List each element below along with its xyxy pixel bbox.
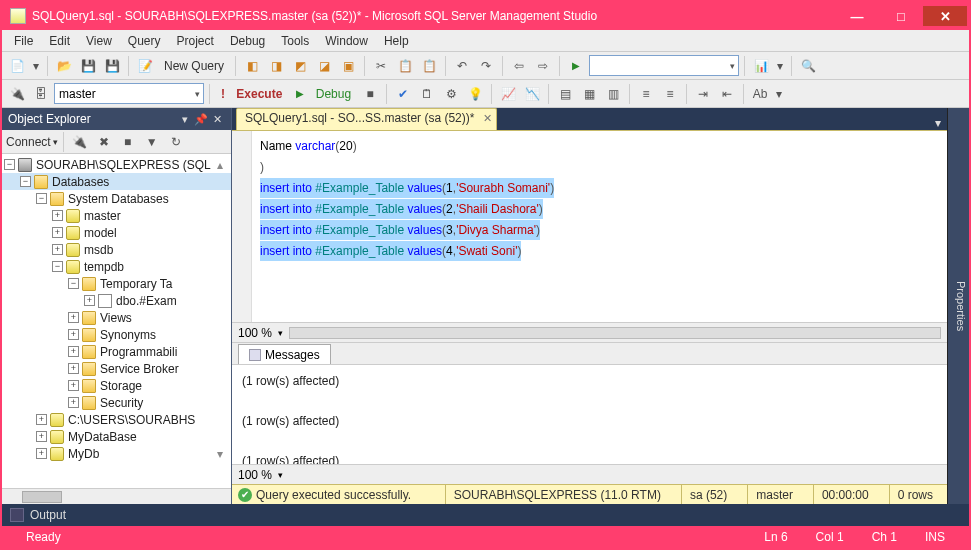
panel-pin-icon[interactable]: 📌	[193, 113, 209, 126]
available-db-icon[interactable]: 🗄	[30, 83, 52, 105]
find-icon[interactable]: 🔍	[797, 55, 819, 77]
tree-node-mydatabase[interactable]: +MyDataBase	[2, 428, 231, 445]
display-plan-icon[interactable]: 🗒	[416, 83, 438, 105]
database-selector[interactable]: master	[54, 83, 204, 104]
dmx-query-icon[interactable]: ◪	[313, 55, 335, 77]
menu-project[interactable]: Project	[169, 32, 222, 50]
tree-node-master[interactable]: +master	[2, 207, 231, 224]
undo-icon[interactable]: ↶	[451, 55, 473, 77]
menu-file[interactable]: File	[6, 32, 41, 50]
minimize-button[interactable]: —	[835, 6, 879, 26]
db-engine-query-icon[interactable]: ◧	[241, 55, 263, 77]
dropdown-arrow-icon-3[interactable]: ▾	[773, 83, 785, 105]
oe-horizontal-scrollbar[interactable]	[2, 488, 231, 504]
nav-fwd-icon[interactable]: ⇨	[532, 55, 554, 77]
save-icon[interactable]: 💾	[77, 55, 99, 77]
document-tab[interactable]: SQLQuery1.sql - SO...SS.master (sa (52))…	[236, 108, 497, 130]
activity-monitor-icon[interactable]: 📊	[750, 55, 772, 77]
editor-h-scrollbar[interactable]	[289, 327, 941, 339]
menu-view[interactable]: View	[78, 32, 120, 50]
indent-icon[interactable]: ⇥	[692, 83, 714, 105]
menu-help[interactable]: Help	[376, 32, 417, 50]
menu-edit[interactable]: Edit	[41, 32, 78, 50]
cut-icon[interactable]: ✂	[370, 55, 392, 77]
parse-icon[interactable]: ✔	[392, 83, 414, 105]
uncomment-icon[interactable]: ≡	[659, 83, 681, 105]
redo-icon[interactable]: ↷	[475, 55, 497, 77]
tree-node-databases[interactable]: −Databases	[2, 173, 231, 190]
nav-back-icon[interactable]: ⇦	[508, 55, 530, 77]
dropdown-arrow-icon[interactable]: ▾	[30, 55, 42, 77]
oe-connect-icon[interactable]: 🔌	[69, 131, 91, 153]
include-stats-icon[interactable]: 📉	[521, 83, 543, 105]
tree-node-msdb[interactable]: +msdb	[2, 241, 231, 258]
connect-button[interactable]: Connect	[6, 135, 51, 149]
xmla-query-icon[interactable]: ▣	[337, 55, 359, 77]
sql-editor[interactable]: Name varchar(20) ) insert into #Example_…	[252, 131, 947, 322]
messages-zoom-value[interactable]: 100 %	[238, 468, 272, 482]
document-tab-label: SQLQuery1.sql - SO...SS.master (sa (52))…	[245, 111, 474, 125]
tree-node-service-broker[interactable]: +Service Broker	[2, 360, 231, 377]
save-all-icon[interactable]: 💾	[101, 55, 123, 77]
messages-pane[interactable]: (1 row(s) affected) (1 row(s) affected) …	[232, 364, 947, 464]
mdx-query-icon[interactable]: ◩	[289, 55, 311, 77]
analysis-query-icon[interactable]: ◨	[265, 55, 287, 77]
menu-tools[interactable]: Tools	[273, 32, 317, 50]
panel-dropdown-icon[interactable]: ▾	[177, 113, 193, 126]
outdent-icon[interactable]: ⇤	[716, 83, 738, 105]
menu-query[interactable]: Query	[120, 32, 169, 50]
new-query-icon[interactable]: 📝	[134, 55, 156, 77]
tree-node-temp-tables[interactable]: −Temporary Ta	[2, 275, 231, 292]
tree-node-mydb[interactable]: +MyDb▾	[2, 445, 231, 462]
tab-scroll-icon[interactable]: ▾	[929, 116, 947, 130]
properties-panel-tab[interactable]: Properties	[947, 108, 969, 504]
tree-node-programmability[interactable]: +Programmabili	[2, 343, 231, 360]
tree-node-tempdb[interactable]: −tempdb	[2, 258, 231, 275]
close-button[interactable]: ✕	[923, 6, 967, 26]
cancel-query-icon[interactable]: ■	[359, 83, 381, 105]
query-status-bar: ✔Query executed successfully. SOURABH\SQ…	[232, 484, 947, 504]
results-grid-icon[interactable]: ▦	[578, 83, 600, 105]
messages-tab[interactable]: Messages	[238, 344, 331, 364]
tree-node-users-path[interactable]: +C:\USERS\SOURABHS	[2, 411, 231, 428]
oe-refresh-icon[interactable]: ↻	[165, 131, 187, 153]
tree-node-model[interactable]: +model	[2, 224, 231, 241]
tree-node-synonyms[interactable]: +Synonyms	[2, 326, 231, 343]
dropdown-arrow-icon-2[interactable]: ▾	[774, 55, 786, 77]
copy-icon[interactable]: 📋	[394, 55, 416, 77]
oe-filter-icon[interactable]: ▼	[141, 131, 163, 153]
results-text-icon[interactable]: ▤	[554, 83, 576, 105]
open-icon[interactable]: 📂	[53, 55, 75, 77]
oe-stop-icon[interactable]: ■	[117, 131, 139, 153]
tree-node-views[interactable]: +Views	[2, 309, 231, 326]
paste-icon[interactable]: 📋	[418, 55, 440, 77]
results-file-icon[interactable]: ▥	[602, 83, 624, 105]
output-panel-tab[interactable]: Output	[2, 504, 969, 526]
tree-node-storage[interactable]: +Storage	[2, 377, 231, 394]
object-explorer-tree[interactable]: −SOURABH\SQLEXPRESS (SQL▴ −Databases −Sy…	[2, 154, 231, 488]
tree-node-example-table[interactable]: +dbo.#Exam	[2, 292, 231, 309]
intellisense-icon[interactable]: 💡	[464, 83, 486, 105]
tree-node-server[interactable]: −SOURABH\SQLEXPRESS (SQL▴	[2, 156, 231, 173]
tree-node-security[interactable]: +Security	[2, 394, 231, 411]
start-icon[interactable]: ▶	[565, 55, 587, 77]
query-options-icon[interactable]: ⚙	[440, 83, 462, 105]
object-explorer-panel: Object Explorer ▾ 📌 ✕ Connect ▾ 🔌 ✖ ■ ▼ …	[2, 108, 232, 504]
include-plan-icon[interactable]: 📈	[497, 83, 519, 105]
maximize-button[interactable]: □	[879, 6, 923, 26]
change-connection-icon[interactable]: 🔌	[6, 83, 28, 105]
specify-values-icon[interactable]: Ab	[749, 83, 771, 105]
solution-config-dropdown[interactable]	[589, 55, 739, 76]
debug-button[interactable]: ▶ Debug	[290, 85, 357, 103]
menu-debug[interactable]: Debug	[222, 32, 273, 50]
new-query-button[interactable]: New Query	[158, 57, 230, 75]
comment-icon[interactable]: ≡	[635, 83, 657, 105]
tree-node-system-databases[interactable]: −System Databases	[2, 190, 231, 207]
new-project-icon[interactable]: 📄	[6, 55, 28, 77]
execute-button[interactable]: ! Execute	[215, 85, 288, 103]
tab-close-icon[interactable]: ✕	[483, 112, 492, 125]
zoom-value[interactable]: 100 %	[238, 326, 272, 340]
oe-disconnect-icon[interactable]: ✖	[93, 131, 115, 153]
menu-window[interactable]: Window	[317, 32, 376, 50]
panel-close-icon[interactable]: ✕	[209, 113, 225, 126]
